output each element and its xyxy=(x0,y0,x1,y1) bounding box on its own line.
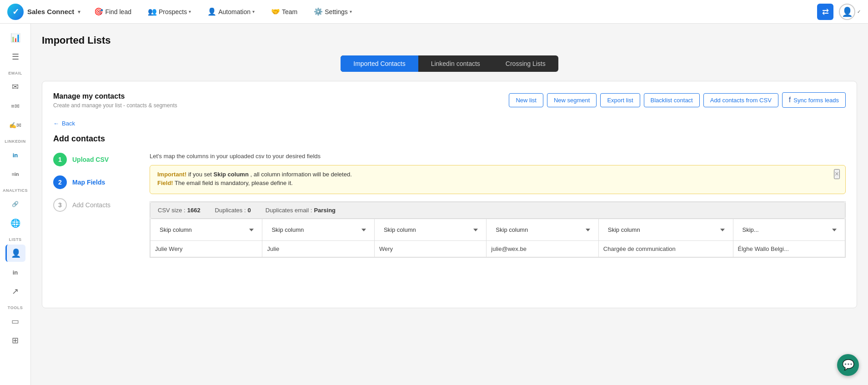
step-1-num: 1 xyxy=(58,156,62,163)
sidebar-linkedin-list2-icon[interactable]: in xyxy=(5,264,25,281)
col-select-4[interactable]: Skip column First Name Last Name Email xyxy=(491,223,593,237)
step-1-circle: 1 xyxy=(53,153,67,166)
table-row: Julie Wery Julie Wery julie@wex.be Charg… xyxy=(151,241,845,257)
sidebar-menu-icon[interactable]: ☰ xyxy=(5,48,25,65)
facebook-icon: f xyxy=(789,96,791,104)
sidebar-analytics-link-icon[interactable]: 🔗 xyxy=(5,195,25,213)
find-lead-icon: 🎯 xyxy=(94,7,103,16)
csv-size-label: CSV size : xyxy=(158,207,186,214)
warning-close-button[interactable]: × xyxy=(834,169,840,179)
back-link[interactable]: ← Back xyxy=(53,120,75,127)
sidebar-chart-icon[interactable]: 📊 xyxy=(5,29,25,46)
manage-buttons: New list New segment Export list Blackli… xyxy=(509,92,846,108)
manage-title: Manage my contacts xyxy=(53,92,177,100)
sidebar-lists-label: LISTS xyxy=(7,237,23,242)
sync-forms-leads-button[interactable]: f Sync forms leads xyxy=(782,92,846,108)
duplicates-label: Duplicates : xyxy=(215,207,246,214)
csv-header-row: Skip column First Name Last Name Email J… xyxy=(151,219,845,241)
tab-crossing-lists[interactable]: Crossing Lists xyxy=(493,55,558,72)
step-2-label: Map Fields xyxy=(72,179,105,186)
manage-subtitle: Create and manage your list - contacts &… xyxy=(53,102,177,109)
manage-info: Manage my contacts Create and manage you… xyxy=(53,92,177,109)
csv-size-item: CSV size : 1662 xyxy=(158,207,201,214)
user-avatar-button[interactable]: 👤 xyxy=(839,4,855,20)
col-header-5: Skip column Job Title Email xyxy=(598,219,733,241)
main-content: Imported Lists Imported Contacts Linkedi… xyxy=(31,24,868,385)
blacklist-contact-button[interactable]: Blacklist contact xyxy=(644,93,700,107)
nav-right-actions: ⇄ 👤 ✓ xyxy=(817,4,861,20)
nav-prospects-label: Prospects xyxy=(159,8,187,15)
col-select-6[interactable]: Skip... Country Region xyxy=(738,223,840,237)
warning-text-1: if you set xyxy=(188,171,214,178)
col-select-3[interactable]: Skip column First Name Last Name Email xyxy=(379,223,482,237)
add-contacts-title: Add contacts xyxy=(53,134,846,144)
nav-find-lead-label: Find lead xyxy=(105,8,131,15)
app-name: Sales Connect xyxy=(27,8,74,15)
sidebar: 📊 ☰ EMAIL ✉ ≡✉ ✍✉ LINKEDIN in ≡in ANALYT… xyxy=(0,24,31,385)
field-label: Field! xyxy=(157,180,173,186)
sidebar-analytics-label: ANALYTICS xyxy=(1,188,30,193)
automation-chevron: ▾ xyxy=(252,9,255,14)
chat-bubble-button[interactable]: 💬 xyxy=(837,354,859,376)
step-1-label: Upload CSV xyxy=(72,156,109,163)
map-description: Let's map the columns in your uploaded c… xyxy=(150,153,846,160)
tab-bar: Imported Contacts Linkedin contacts Cros… xyxy=(42,55,857,72)
col-select-2[interactable]: Skip column First Name Last Name Email xyxy=(267,223,369,237)
sidebar-share-icon[interactable]: ↗ xyxy=(5,283,25,300)
col-header-4: Skip column First Name Last Name Email xyxy=(487,219,598,241)
export-list-button[interactable]: Export list xyxy=(600,93,640,107)
csv-mapping-table: Skip column First Name Last Name Email J… xyxy=(150,219,845,257)
nav-prospects[interactable]: 👥 Prospects ▾ xyxy=(145,5,194,18)
sidebar-list-email-icon[interactable]: ≡✉ xyxy=(5,97,25,115)
csv-info-bar: CSV size : 1662 Duplicates : 0 Duplicate… xyxy=(150,202,845,219)
col-select-5[interactable]: Skip column Job Title Email xyxy=(603,223,728,237)
csv-size-value: 1662 xyxy=(187,207,201,214)
prospects-chevron: ▾ xyxy=(189,9,191,14)
col-header-6: Skip... Country Region xyxy=(733,219,845,241)
top-navigation: ✓ Sales Connect ▾ 🎯 Find lead 👥 Prospect… xyxy=(0,0,868,24)
team-icon: 🤝 xyxy=(271,7,280,16)
nav-settings-label: Settings xyxy=(325,8,348,15)
sidebar-tool2-icon[interactable]: ⊞ xyxy=(5,332,25,349)
sidebar-analytics-globe-icon[interactable]: 🌐 xyxy=(5,215,25,232)
cell-col2: Julie xyxy=(262,241,374,257)
col-select-1[interactable]: Skip column First Name Last Name Email J… xyxy=(155,223,257,237)
new-list-button[interactable]: New list xyxy=(509,93,543,107)
sidebar-tool1-icon[interactable]: ▭ xyxy=(5,313,25,330)
sidebar-write-email-icon[interactable]: ✍✉ xyxy=(5,116,25,134)
warning-text-2: , all column information will be deleted… xyxy=(250,171,351,178)
step-3-num: 3 xyxy=(58,201,62,209)
step-2-circle: 2 xyxy=(53,175,67,189)
duplicates-email-value: Parsing xyxy=(314,207,336,214)
nav-automation[interactable]: 👤 Automation ▾ xyxy=(205,5,257,18)
warning-text-3: The email field is mandatory, please def… xyxy=(175,180,293,186)
automation-icon: 👤 xyxy=(207,7,216,16)
app-chevron: ▾ xyxy=(78,9,80,15)
sidebar-linkedin-list-icon[interactable]: ≡in xyxy=(5,165,25,183)
sidebar-email-label: EMAIL xyxy=(6,71,24,75)
sidebar-email-icon[interactable]: ✉ xyxy=(5,78,25,95)
tab-linkedin-contacts[interactable]: Linkedin contacts xyxy=(418,55,493,72)
warning-box: × Important! if you set Skip column , al… xyxy=(150,165,846,194)
add-contacts-csv-button[interactable]: Add contacts from CSV xyxy=(703,93,778,107)
nav-team[interactable]: 🤝 Team xyxy=(268,5,300,18)
sidebar-linkedin-icon[interactable]: in xyxy=(5,146,25,164)
csv-info-section: CSV size : 1662 Duplicates : 0 Duplicate… xyxy=(150,201,846,258)
nav-team-label: Team xyxy=(282,8,297,15)
nav-settings[interactable]: ⚙️ Settings ▾ xyxy=(311,5,355,18)
back-label: Back xyxy=(62,120,75,127)
nav-find-lead[interactable]: 🎯 Find lead xyxy=(91,5,134,18)
switch-button[interactable]: ⇄ xyxy=(817,4,833,20)
important-label: Important! xyxy=(157,171,186,178)
cell-col6: Élghe Wallo Belgi... xyxy=(733,241,845,257)
steps-column: 1 Upload CSV 2 Map Fields 3 Add Contacts xyxy=(53,153,135,258)
new-segment-button[interactable]: New segment xyxy=(547,93,597,107)
sidebar-contacts-list-icon[interactable]: 👤 xyxy=(5,245,25,262)
logo[interactable]: ✓ Sales Connect ▾ xyxy=(7,4,80,20)
duplicates-item: Duplicates : 0 xyxy=(215,207,251,214)
step-3-circle: 3 xyxy=(53,198,67,212)
tab-bar-inner: Imported Contacts Linkedin contacts Cros… xyxy=(341,55,558,72)
cell-col5: Chargée de communication xyxy=(598,241,733,257)
tab-imported-contacts[interactable]: Imported Contacts xyxy=(341,55,418,72)
duplicates-value: 0 xyxy=(248,207,251,214)
